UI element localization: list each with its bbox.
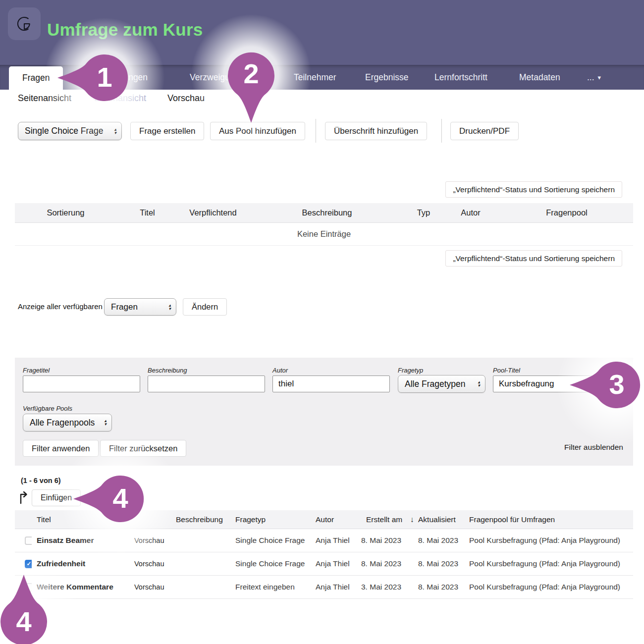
table-row: ✓ Einsatz Beamer Vorschau Single Choice … (15, 529, 633, 552)
annotation-badge-4-bottom (0, 575, 47, 644)
row-checkbox[interactable]: ✓ (25, 560, 32, 568)
column-autor[interactable]: Autor (311, 515, 356, 524)
row-created: 8. Mai 2023 (356, 559, 413, 568)
annotation-badge-4 (73, 476, 145, 524)
column-fragenpool-fuer-umfragen[interactable]: Fragenpool für Umfragen (464, 515, 633, 524)
filter-hide-link[interactable]: Filter ausblenden (564, 443, 623, 452)
table-row: ✓ Zufriedenheit Vorschau Single Choice F… (15, 552, 633, 576)
filter-label-beschreibung: Beschreibung (148, 367, 187, 374)
column-sortierung[interactable]: Sortierung (15, 208, 116, 217)
column-typ[interactable]: Typ (406, 208, 441, 217)
column-titel[interactable]: Titel (116, 208, 178, 217)
table-row: ✓ Weitere Kommentare Vorschau Freitext e… (15, 576, 633, 599)
row-pool: Pool Kursbefragung (Pfad: Anja Playgroun… (464, 559, 633, 568)
row-author: Anja Thiel (311, 536, 356, 545)
filter-label-autor: Autor (272, 367, 288, 374)
row-pool: Pool Kursbefragung (Pfad: Anja Playgroun… (464, 583, 633, 591)
filter-apply-button[interactable]: Filter anwenden (23, 440, 99, 457)
survey-editor-page: Umfrage zum Kurs Fragen Einstellungen Ve… (0, 0, 644, 644)
row-pool: Pool Kursbefragung (Pfad: Anja Playgroun… (464, 536, 633, 545)
tab-lernfortschritt[interactable]: Lernfortschritt (434, 65, 487, 90)
select-arrows-icon: ▴▾ (114, 128, 116, 135)
save-mandatory-status-button-bottom[interactable]: „Verpflichtend“-Status und Sortierung sp… (445, 250, 622, 267)
column-verpflichtend[interactable]: Verpflichtend (178, 208, 248, 217)
row-author: Anja Thiel (311, 559, 356, 568)
filter-panel: Fragetitel Beschreibung Autor Fragetyp P… (15, 358, 633, 466)
annotation-badge-2 (228, 51, 274, 125)
filter-label-pool-titel: Pool-Titel (493, 367, 520, 374)
chevron-down-icon: ▾ (598, 74, 601, 81)
question-type-select[interactable]: Single Choice Frage ▴▾ (18, 122, 122, 140)
page-title: Umfrage zum Kurs (47, 20, 203, 40)
results-count: (1 - 6 von 6) (21, 477, 61, 484)
row-type: Single Choice Frage (230, 559, 311, 568)
fragenpools-select[interactable]: Alle Fragenpools ▴▾ (23, 414, 112, 431)
tab-ergebnisse[interactable]: Ergebnisse (365, 65, 409, 90)
print-pdf-button[interactable]: Drucken/PDF (450, 122, 519, 140)
tab-metadaten[interactable]: Metadaten (519, 65, 560, 90)
row-title: Zufriedenheit (32, 559, 129, 568)
select-arrows-icon: ▴▾ (104, 419, 107, 426)
questions-table-empty-message: Keine Einträge (15, 223, 633, 246)
annotation-badge-3 (570, 362, 642, 410)
column-beschreibung[interactable]: Beschreibung (171, 515, 230, 524)
row-title: Einsatz Beamer (32, 536, 129, 545)
beschreibung-input[interactable] (148, 376, 265, 392)
column-autor[interactable]: Autor (441, 208, 500, 217)
filter-label-fragetitel: Fragetitel (23, 367, 50, 374)
survey-course-icon (15, 14, 34, 33)
change-button[interactable]: Ändern (183, 298, 227, 316)
fragetyp-select[interactable]: Alle Fragetypen ▴▾ (398, 375, 485, 393)
add-heading-button[interactable]: Überschrift hinzufügen (325, 122, 427, 140)
column-aktualisiert[interactable]: Aktualisiert (413, 515, 464, 524)
save-mandatory-status-button-top[interactable]: „Verpflichtend“-Status und Sortierung sp… (445, 181, 622, 198)
toolbar-divider (316, 119, 316, 143)
toolbar-divider (441, 119, 442, 143)
subtab-vorschau[interactable]: Vorschau (167, 93, 205, 104)
row-author: Anja Thiel (311, 583, 356, 591)
display-type-select[interactable]: Fragen ▴▾ (104, 298, 176, 316)
filter-reset-button[interactable]: Filter zurücksetzen (100, 440, 186, 457)
row-updated: 8. Mai 2023 (413, 559, 464, 568)
row-preview-link[interactable]: Vorschau (129, 583, 171, 591)
create-question-button[interactable]: Frage erstellen (130, 122, 204, 140)
insert-arrow-icon (18, 490, 29, 506)
course-logo[interactable] (8, 7, 41, 40)
row-type: Freitext eingeben (230, 583, 311, 591)
column-fragenpool[interactable]: Fragenpool (500, 208, 633, 217)
column-erstellt-am[interactable]: Erstellt am↓ (356, 515, 413, 524)
questions-table-header: Sortierung Titel Verpflichtend Beschreib… (15, 203, 633, 223)
row-updated: 8. Mai 2023 (413, 536, 464, 545)
autor-input[interactable] (272, 376, 390, 392)
display-all-label: Anzeige aller verfügbaren (18, 302, 103, 311)
row-preview-link[interactable]: Vorschau (129, 537, 171, 544)
select-arrows-icon: ▴▾ (168, 304, 171, 311)
annotation-badge-1 (57, 54, 129, 103)
row-created: 8. Mai 2023 (356, 536, 413, 545)
tab-teilnehmer[interactable]: Teilnehmer (294, 65, 336, 90)
filter-label-verfuegbare-pools: Verfügbare Pools (23, 405, 72, 412)
filter-label-fragetyp: Fragetyp (398, 367, 423, 374)
row-checkbox[interactable]: ✓ (25, 537, 32, 545)
tab-overflow-menu[interactable]: ... ▾ (587, 65, 601, 90)
select-arrows-icon: ▴▾ (478, 380, 480, 387)
tab-fragen[interactable]: Fragen (9, 66, 63, 90)
column-fragetyp[interactable]: Fragetyp (230, 515, 311, 524)
column-beschreibung[interactable]: Beschreibung (248, 208, 406, 217)
row-preview-link[interactable]: Vorschau (129, 560, 171, 568)
row-updated: 8. Mai 2023 (413, 583, 464, 591)
row-type: Single Choice Frage (230, 536, 311, 545)
fragetitel-input[interactable] (23, 376, 140, 392)
row-created: 3. Mai 2023 (356, 583, 413, 591)
